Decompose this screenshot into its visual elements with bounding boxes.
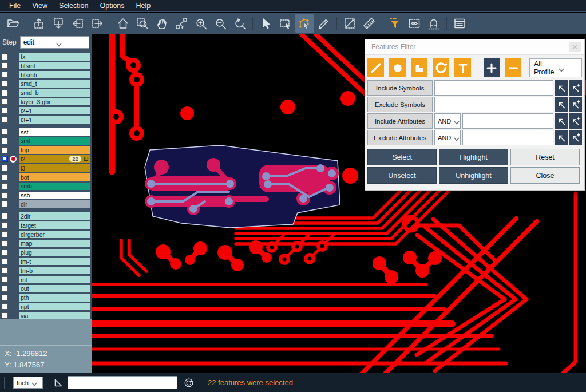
select-button[interactable]: Select <box>367 149 437 165</box>
unselect-button[interactable]: Unselect <box>367 167 437 184</box>
exclude-attributes-input[interactable] <box>462 130 553 145</box>
layer-visibility-checkbox[interactable] <box>2 147 8 153</box>
shift-right-icon[interactable] <box>88 14 107 33</box>
features-filter-icon[interactable] <box>385 14 405 33</box>
layer-visibility-checkbox[interactable] <box>2 54 8 60</box>
angle-corner-icon[interactable] <box>52 376 65 390</box>
command-input[interactable] <box>68 376 177 389</box>
pick-add-icon[interactable] <box>569 97 582 112</box>
layer-visibility-checkbox[interactable] <box>2 72 8 78</box>
shift-left-icon[interactable] <box>68 14 88 33</box>
layer-visibility-checkbox[interactable] <box>2 156 8 162</box>
layer-row[interactable]: fx <box>0 53 92 61</box>
layer-row[interactable]: tm-b <box>0 267 92 275</box>
polygon-select-icon[interactable] <box>295 14 314 33</box>
layer-visibility-checkbox[interactable] <box>2 312 8 319</box>
layer-row[interactable]: smb <box>0 182 92 190</box>
pick-from-screen-icon[interactable] <box>555 130 568 145</box>
layer-row[interactable]: bfsmb <box>0 71 92 79</box>
menu-view[interactable]: View <box>26 1 53 11</box>
layer-row[interactable]: l2+1 <box>0 107 92 115</box>
menu-options[interactable]: Options <box>94 1 130 11</box>
pan-hand-icon[interactable] <box>152 14 172 33</box>
layer-visibility-checkbox[interactable] <box>2 90 8 96</box>
layer-row[interactable]: plug <box>0 248 92 256</box>
layer-row[interactable]: tm-t <box>0 258 92 266</box>
add-filter-icon[interactable] <box>484 58 500 77</box>
grid-icon[interactable]: ⊞ <box>84 156 89 162</box>
zoom-in-icon[interactable] <box>191 14 211 33</box>
layer-visibility-checkbox[interactable] <box>2 108 8 114</box>
unit-select[interactable]: Inch <box>13 377 43 389</box>
layer-visibility-checkbox[interactable] <box>2 240 8 247</box>
layer-visibility-checkbox[interactable] <box>2 98 8 105</box>
layer-visibility-checkbox[interactable] <box>2 222 8 228</box>
layer-visibility-checkbox[interactable] <box>2 201 8 207</box>
exclude-attributes-operator-select[interactable]: AND <box>434 130 461 145</box>
pick-add-icon[interactable] <box>569 130 582 145</box>
layer-row[interactable]: bfsmt <box>0 62 92 70</box>
include-attributes-input[interactable] <box>462 113 553 129</box>
layer-visibility-checkbox[interactable] <box>2 165 8 171</box>
ruler-icon[interactable] <box>359 14 379 33</box>
layer-row[interactable]: smd_b <box>0 89 92 97</box>
profile-select[interactable]: All Profile <box>529 58 582 77</box>
layer-row[interactable]: mt <box>0 276 92 284</box>
menu-help[interactable]: Help <box>130 1 157 11</box>
layer-visibility-checkbox[interactable] <box>2 213 8 219</box>
vertex-edit-icon[interactable] <box>172 14 191 33</box>
include-symbols-button[interactable]: Include Symbols <box>367 80 433 96</box>
include-symbols-input[interactable] <box>434 80 553 96</box>
layer-row[interactable]: dirgerber <box>0 231 92 239</box>
layer-row[interactable]: 2dir-- <box>0 212 92 220</box>
layer-visibility-checkbox[interactable] <box>2 174 8 180</box>
layer-row-active[interactable]: l222⊞ <box>0 155 92 163</box>
zoom-previous-icon[interactable] <box>230 14 250 33</box>
layer-visibility-checkbox[interactable] <box>2 250 8 256</box>
zoom-window-icon[interactable] <box>133 14 152 33</box>
view-box-icon[interactable] <box>405 14 424 33</box>
layer-row[interactable]: sst <box>0 128 92 136</box>
highlight-button[interactable]: Highlight <box>439 149 508 165</box>
layer-visibility-checkbox[interactable] <box>2 303 8 310</box>
pick-add-icon[interactable] <box>569 80 582 96</box>
refresh-icon[interactable] <box>182 376 196 390</box>
exclude-attributes-button[interactable]: Exclude Attributes <box>367 130 433 145</box>
text-feature-icon[interactable] <box>454 58 471 77</box>
pick-add-icon[interactable] <box>569 113 582 129</box>
exclude-symbols-input[interactable] <box>434 97 553 112</box>
pick-from-screen-icon[interactable] <box>555 80 568 96</box>
reset-button[interactable]: Reset <box>510 149 580 165</box>
pad-feature-icon[interactable] <box>389 58 406 77</box>
pick-from-screen-icon[interactable] <box>555 97 568 112</box>
export-down-icon[interactable] <box>49 14 68 33</box>
layer-row[interactable]: npt <box>0 303 92 311</box>
layer-row[interactable]: l3+1 <box>0 116 92 124</box>
open-folder-icon[interactable] <box>3 14 23 33</box>
layer-visibility-checkbox[interactable] <box>2 129 8 135</box>
layer-visibility-checkbox[interactable] <box>2 267 8 274</box>
snap-magnet-icon[interactable] <box>424 14 444 33</box>
layer-row[interactable]: via <box>0 312 92 320</box>
close-icon[interactable]: ✕ <box>569 42 581 52</box>
layer-row[interactable]: top <box>0 146 92 154</box>
layer-visibility-checkbox[interactable] <box>2 138 8 144</box>
layer-visibility-checkbox[interactable] <box>2 81 8 87</box>
zoom-out-icon[interactable] <box>211 14 230 33</box>
home-view-icon[interactable] <box>113 14 133 33</box>
arc-feature-icon[interactable] <box>433 58 449 77</box>
clean-brush-icon[interactable] <box>314 14 334 33</box>
pick-from-screen-icon[interactable] <box>555 113 568 129</box>
menu-selection[interactable]: Selection <box>53 1 94 11</box>
measure-diagonal-icon[interactable] <box>340 14 359 33</box>
layer-row[interactable]: map <box>0 239 92 247</box>
close-button[interactable]: Close <box>510 167 580 184</box>
remove-filter-icon[interactable] <box>505 58 521 77</box>
layer-row[interactable]: out <box>0 284 92 292</box>
layer-row[interactable]: layer_3.gbr <box>0 98 92 106</box>
layer-row[interactable]: pth <box>0 294 92 302</box>
step-select[interactable]: edit <box>20 36 89 49</box>
dialog-title-bar[interactable]: Features Filter ✕ <box>365 39 584 55</box>
layer-visibility-checkbox[interactable] <box>2 276 8 283</box>
layer-visibility-checkbox[interactable] <box>2 192 8 199</box>
